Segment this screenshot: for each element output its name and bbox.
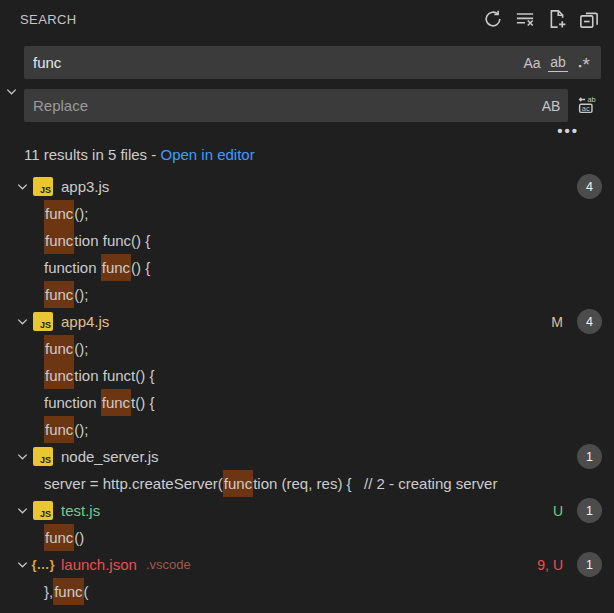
search-match-line[interactable]: func(); (0, 281, 614, 308)
file-name-label: app4.js (61, 313, 109, 330)
search-match-line[interactable]: server = http.createServer(function (req… (0, 470, 614, 497)
file-row[interactable]: JStest.jsU1 (0, 497, 614, 524)
json-file-icon: {…} (33, 555, 53, 574)
git-status-label: M (551, 314, 563, 330)
js-file-icon: JS (33, 312, 53, 331)
search-inputbox: Aa ab ▪* (24, 46, 601, 79)
replace-all-button[interactable]: abac (573, 92, 601, 120)
plain-text: (); (74, 421, 88, 438)
collapse-all-icon (579, 9, 599, 29)
chevron-down-icon[interactable] (11, 551, 33, 578)
file-row[interactable]: JSapp3.js4 (0, 173, 614, 200)
match-text: },func( (44, 578, 89, 605)
match-highlight: func (44, 227, 74, 254)
match-highlight: func (101, 389, 131, 416)
preserve-case-toggle[interactable]: AB (538, 93, 564, 119)
search-input[interactable] (24, 46, 519, 79)
plain-text: ( (84, 583, 89, 600)
search-match-line[interactable]: func(); (0, 416, 614, 443)
search-match-line[interactable]: func(); (0, 335, 614, 362)
plain-text: function (44, 394, 101, 411)
match-case-toggle[interactable]: Aa (519, 50, 545, 76)
git-status-label: 9, U (537, 557, 563, 573)
refresh-icon (483, 9, 503, 29)
match-text: func(); (44, 281, 89, 308)
js-file-icon: JS (33, 501, 53, 520)
js-file-icon: JS (33, 177, 53, 196)
plain-text: tion funct() { (74, 367, 154, 384)
file-row[interactable]: JSnode_server.js1 (0, 443, 614, 470)
match-text: function func() { (44, 227, 150, 254)
regex-toggle[interactable]: ▪* (571, 50, 597, 76)
panel-title: SEARCH (20, 12, 77, 27)
match-highlight: func (44, 200, 74, 227)
plain-text: () (74, 529, 84, 546)
match-highlight: func (101, 254, 131, 281)
whole-word-label: ab (548, 54, 568, 72)
clear-search-results-icon (515, 9, 535, 29)
git-status-label: U (553, 503, 563, 519)
open-new-search-editor-button[interactable] (544, 6, 570, 32)
match-highlight: func (44, 335, 74, 362)
match-highlight: func (44, 362, 74, 389)
plain-text: tion func() { (74, 232, 150, 249)
match-count-badge: 4 (577, 309, 602, 334)
chevron-down-icon (4, 84, 19, 102)
replace-inputbox: AB (24, 89, 568, 122)
js-file-icon: JS (33, 447, 53, 466)
match-text: function funct() { (44, 389, 154, 416)
plain-text: tion (req, res) { // 2 - creating server (253, 475, 497, 492)
plain-text: function (44, 259, 101, 276)
match-count-badge: 4 (577, 174, 602, 199)
chevron-down-icon[interactable] (11, 173, 33, 200)
match-text: function func() { (44, 254, 150, 281)
search-match-line[interactable]: function func() { (0, 227, 614, 254)
match-text: server = http.createServer(function (req… (44, 470, 497, 497)
replace-input[interactable] (24, 89, 538, 122)
whole-word-toggle[interactable]: ab (545, 50, 571, 76)
panel-header: SEARCH (0, 0, 614, 38)
chevron-down-icon[interactable] (11, 443, 33, 470)
results-message: 11 results in 5 files - Open in editor (0, 140, 614, 173)
plain-text: (); (74, 340, 88, 357)
match-highlight: func (44, 281, 74, 308)
toggle-replace-button[interactable] (1, 80, 21, 106)
open-in-editor-link[interactable]: Open in editor (160, 146, 254, 163)
toggle-search-details-button[interactable]: ••• (557, 122, 579, 140)
match-count-badge: 1 (577, 498, 602, 523)
chevron-down-icon[interactable] (11, 308, 33, 335)
match-highlight: func (223, 470, 253, 497)
file-name-label: node_server.js (61, 448, 159, 465)
match-count-badge: 1 (577, 444, 602, 469)
search-match-line[interactable]: function funct() { (0, 389, 614, 416)
search-match-line[interactable]: func() (0, 524, 614, 551)
match-text: function funct() { (44, 362, 154, 389)
chevron-down-icon[interactable] (11, 497, 33, 524)
replace-row: AB abac (24, 89, 601, 122)
file-name-label: test.js (61, 502, 100, 519)
results-summary: 11 results in 5 files (24, 146, 147, 163)
results-separator: - (147, 146, 160, 163)
refresh-button[interactable] (480, 6, 506, 32)
file-path-label: .vscode (146, 557, 191, 572)
open-new-search-editor-icon (547, 9, 567, 29)
search-results-tree: JSapp3.js4func();function func() {functi… (0, 173, 614, 605)
regex-dot: ▪ (578, 61, 581, 71)
plain-text: () { (131, 259, 150, 276)
file-row[interactable]: {…}launch.json.vscode9, U1 (0, 551, 614, 578)
match-highlight: func (53, 578, 83, 605)
match-highlight: func (44, 524, 74, 551)
clear-search-results-button[interactable] (512, 6, 538, 32)
file-row[interactable]: JSapp4.jsM4 (0, 308, 614, 335)
match-highlight: func (44, 416, 74, 443)
search-match-line[interactable]: },func( (0, 578, 614, 605)
search-match-line[interactable]: function funct() { (0, 362, 614, 389)
match-count-badge: 1 (577, 552, 602, 577)
search-match-line[interactable]: func(); (0, 200, 614, 227)
search-match-line[interactable]: function func() { (0, 254, 614, 281)
match-text: func() (44, 524, 84, 551)
regex-asterisk: * (582, 54, 589, 76)
match-text: func(); (44, 335, 89, 362)
file-name-label: app3.js (61, 178, 109, 195)
collapse-all-button[interactable] (576, 6, 602, 32)
